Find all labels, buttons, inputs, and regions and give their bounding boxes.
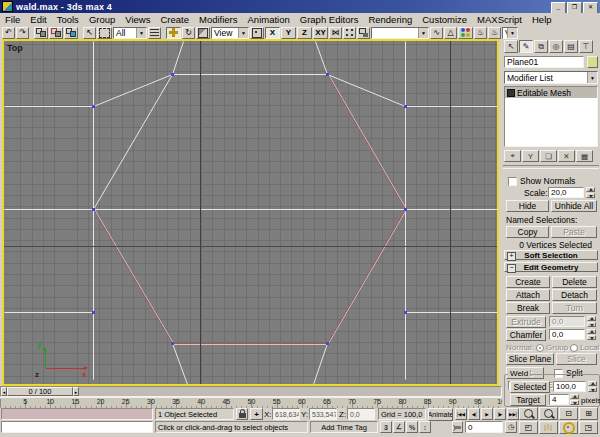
mesh-vertex[interactable]	[92, 105, 95, 108]
selection-lock-toggle[interactable]	[236, 408, 248, 420]
normal-group-radio[interactable]	[536, 344, 544, 352]
add-time-tag[interactable]: Add Time Tag	[310, 421, 378, 433]
render-type-combo[interactable]: Vie▼	[502, 27, 518, 39]
redo-icon[interactable]: ↷	[16, 27, 29, 39]
slice-plane-button[interactable]: Slice Plane	[506, 353, 554, 365]
weld-target-button[interactable]: Target	[510, 394, 546, 406]
previous-frame-button[interactable]: ◀|	[468, 408, 480, 420]
plane-mesh-wireframe[interactable]	[4, 41, 497, 384]
tab-motion[interactable]: ◎	[549, 40, 563, 53]
menu-help[interactable]: Help	[527, 14, 557, 25]
attach-button[interactable]: Attach	[506, 289, 550, 301]
select-by-name-icon[interactable]	[148, 27, 161, 39]
macro-recorder-pane[interactable]	[1, 408, 153, 420]
make-unique-button[interactable]: ❏	[540, 150, 557, 162]
arc-rotate-button[interactable]	[559, 421, 578, 434]
mesh-vertex[interactable]	[404, 105, 407, 108]
zoom-extents-all-button[interactable]: ⊞	[579, 407, 598, 420]
current-frame-field[interactable]: 0	[465, 421, 503, 433]
weld-target-spinner[interactable]	[570, 394, 579, 405]
extrude-field[interactable]: 0,0	[549, 316, 585, 327]
menu-group[interactable]: Group	[84, 14, 120, 25]
break-button[interactable]: Break	[506, 302, 550, 314]
edit-geometry-rollout-header[interactable]: − Edit Geometry	[504, 262, 598, 272]
mesh-vertex[interactable]	[326, 342, 329, 345]
menu-graph-editors[interactable]: Graph Editors	[295, 14, 364, 25]
selection-filter-combo[interactable]: All▼	[113, 27, 147, 39]
restrict-to-x-button[interactable]: X	[265, 27, 280, 39]
x-coordinate-field[interactable]: 618,634	[272, 408, 300, 420]
hide-button[interactable]: Hide	[506, 200, 549, 212]
unlink-selection-icon[interactable]	[49, 27, 63, 39]
zoom-extents-button[interactable]: ⊡	[559, 407, 578, 420]
unhide-all-button[interactable]: Unhide All	[551, 200, 597, 212]
rectangular-selection-region-icon[interactable]	[97, 27, 112, 39]
copy-button[interactable]: Copy	[506, 226, 549, 238]
tab-utilities[interactable]: ⊤	[579, 40, 593, 53]
mesh-vertex[interactable]	[326, 73, 329, 76]
go-to-start-button[interactable]: |◀◀	[455, 408, 467, 420]
zoom-all-button[interactable]	[539, 407, 558, 420]
region-zoom-button[interactable]: ◰	[519, 421, 538, 434]
pin-stack-button[interactable]: ⌖	[504, 150, 521, 162]
time-configuration-button[interactable]: ◷	[505, 421, 517, 433]
select-and-link-icon[interactable]	[34, 27, 48, 39]
normals-scale-field[interactable]: 20,0	[548, 187, 584, 198]
top-viewport[interactable]: Top y x z	[4, 41, 497, 384]
min-max-toggle-button[interactable]: ◳	[579, 421, 598, 434]
chevron-down-icon[interactable]: ▼	[507, 28, 517, 38]
maxscript-mini-listener[interactable]	[1, 421, 153, 433]
slice-button[interactable]: Slice	[556, 353, 597, 365]
weld-selected-spinner[interactable]	[588, 381, 597, 392]
reference-coordinate-system-combo[interactable]: View▼	[211, 27, 249, 39]
chamfer-spinner[interactable]	[587, 329, 596, 340]
track-view-icon[interactable]: ∿	[430, 27, 443, 39]
time-slider-next-arrow[interactable]: ▸	[73, 387, 79, 396]
material-editor-icon[interactable]	[458, 27, 473, 39]
restrict-to-y-button[interactable]: Y	[281, 27, 296, 39]
detach-button[interactable]: Detach	[552, 289, 597, 301]
zoom-button[interactable]	[519, 407, 538, 420]
show-end-result-button[interactable]: Y	[522, 150, 539, 162]
collapse-icon[interactable]: −	[507, 264, 516, 273]
use-pivot-point-center-icon[interactable]	[250, 27, 264, 39]
expand-icon[interactable]: +	[507, 252, 516, 261]
tab-modify[interactable]: ✎	[519, 40, 533, 53]
weld-target-field[interactable]: 4	[549, 394, 569, 405]
select-object-icon[interactable]: ↖	[83, 27, 96, 39]
array-icon[interactable]	[343, 27, 356, 39]
menu-create[interactable]: Create	[155, 14, 194, 25]
menu-customize[interactable]: Customize	[417, 14, 472, 25]
select-and-move-icon[interactable]	[166, 27, 181, 39]
extrude-spinner[interactable]	[587, 316, 596, 327]
menu-animation[interactable]: Animation	[243, 14, 295, 25]
restrict-to-xy-plane-button[interactable]: XY	[313, 27, 328, 39]
chamfer-field[interactable]: 0,0	[549, 329, 585, 340]
restrict-to-z-button[interactable]: Z	[297, 27, 312, 39]
mesh-vertex[interactable]	[171, 342, 174, 345]
weld-selected-button[interactable]: Selected	[510, 381, 550, 393]
menu-modifiers[interactable]: Modifiers	[194, 14, 243, 25]
z-coordinate-field[interactable]: 0,0	[347, 408, 375, 420]
tab-display[interactable]: ▤	[564, 40, 578, 53]
mesh-vertex[interactable]	[92, 311, 95, 314]
absolute-offset-mode-toggle[interactable]: +	[250, 408, 263, 420]
modifier-list-combo[interactable]: Modifier List ▼	[504, 71, 598, 84]
y-coordinate-field[interactable]: 533,547	[309, 408, 337, 420]
menu-views[interactable]: Views	[120, 14, 155, 25]
select-and-scale-icon[interactable]	[196, 27, 210, 39]
pan-button[interactable]	[539, 421, 558, 434]
remove-modifier-button[interactable]: ✕	[558, 150, 575, 162]
chevron-down-icon[interactable]: ▼	[587, 72, 597, 83]
chevron-down-icon[interactable]: ▼	[418, 28, 428, 38]
quick-render-icon[interactable]: ♨	[488, 27, 501, 39]
chevron-down-icon[interactable]: ▼	[136, 28, 146, 38]
render-scene-icon[interactable]: ♨	[474, 27, 487, 39]
mesh-vertex[interactable]	[404, 208, 407, 211]
snap-toggle-3d-icon[interactable]: 3	[380, 421, 392, 433]
align-icon[interactable]	[357, 27, 370, 39]
menu-file[interactable]: File	[0, 14, 25, 25]
bind-to-space-warp-icon[interactable]	[64, 27, 78, 39]
animate-button[interactable]: Animate	[428, 408, 453, 421]
edit-stack-button[interactable]: ▦	[576, 150, 593, 162]
